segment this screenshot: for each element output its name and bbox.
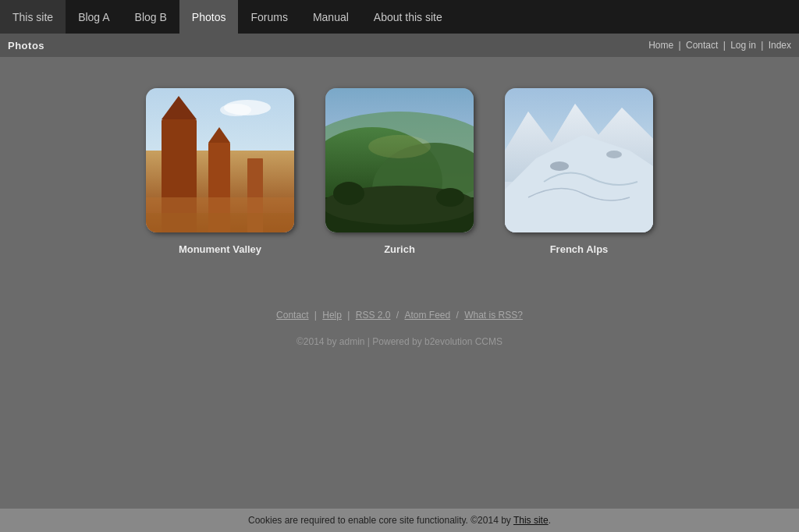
photo-label-alps: French Alps	[550, 243, 609, 255]
cookie-text: Cookies are required to enable core site…	[248, 515, 511, 526]
nav-forums[interactable]: Forums	[238, 0, 300, 34]
photo-item-monument[interactable]: Monument Valley	[146, 88, 294, 255]
footer-copyright: ©2014 by admin | Powered by b2evolution …	[31, 336, 768, 347]
cookie-bar: Cookies are required to enable core site…	[0, 509, 799, 532]
monument-valley-image	[146, 88, 294, 232]
footer-link-atom[interactable]: Atom Feed	[404, 310, 450, 321]
photo-thumb-monument	[146, 88, 294, 232]
top-link-home[interactable]: Home	[648, 40, 673, 51]
svg-point-19	[368, 135, 431, 158]
svg-rect-8	[146, 213, 294, 232]
top-link-index[interactable]: Index	[769, 40, 791, 51]
photo-label-monument: Monument Valley	[179, 243, 261, 255]
photo-item-alps[interactable]: French Alps	[505, 88, 653, 255]
zurich-image	[325, 88, 474, 232]
nav-blog-a[interactable]: Blog A	[66, 0, 122, 34]
footer-link-contact[interactable]: Contact	[276, 310, 308, 321]
page-title: Photos	[8, 40, 44, 51]
photo-item-zurich[interactable]: Zurich	[325, 88, 474, 255]
svg-point-25	[606, 151, 622, 158]
svg-point-24	[550, 161, 569, 171]
top-link-login[interactable]: Log in	[730, 40, 756, 51]
footer-link-what-rss[interactable]: What is RSS?	[464, 310, 523, 321]
french-alps-image	[505, 88, 653, 232]
photo-label-zurich: Zurich	[384, 243, 415, 255]
photo-thumb-zurich	[325, 88, 474, 232]
main-content: Monument Valley	[0, 57, 799, 378]
breadcrumb-bar: Photos Home | Contact | Log in | Index	[0, 34, 799, 57]
footer-link-help[interactable]: Help	[322, 310, 342, 321]
cookie-site-link[interactable]: This site	[513, 515, 549, 526]
nav-about[interactable]: About this site	[361, 0, 455, 34]
main-nav: This site Blog A Blog B Photos Forums Ma…	[0, 0, 799, 34]
separator-3: |	[761, 40, 765, 51]
nav-this-site[interactable]: This site	[0, 0, 66, 34]
top-links: Home | Contact | Log in | Index	[648, 40, 791, 51]
top-link-contact[interactable]: Contact	[686, 40, 718, 51]
photo-thumb-alps	[505, 88, 653, 232]
svg-point-17	[333, 182, 364, 205]
footer-link-rss[interactable]: RSS 2.0	[356, 310, 391, 321]
footer-links: Contact | Help | RSS 2.0 / Atom Feed / W…	[31, 310, 768, 321]
separator-1: |	[679, 40, 684, 51]
svg-point-10	[220, 104, 251, 116]
nav-photos[interactable]: Photos	[179, 0, 239, 34]
nav-blog-b[interactable]: Blog B	[123, 0, 179, 34]
footer-sep-4: /	[456, 310, 462, 321]
photo-grid: Monument Valley	[31, 73, 768, 278]
nav-manual[interactable]: Manual	[300, 0, 361, 34]
footer-sep-3: /	[396, 310, 402, 321]
cookie-suffix: .	[549, 515, 551, 526]
footer-sep-1: |	[314, 310, 319, 321]
svg-point-18	[436, 188, 464, 207]
separator-2: |	[723, 40, 728, 51]
footer-sep-2: |	[347, 310, 352, 321]
